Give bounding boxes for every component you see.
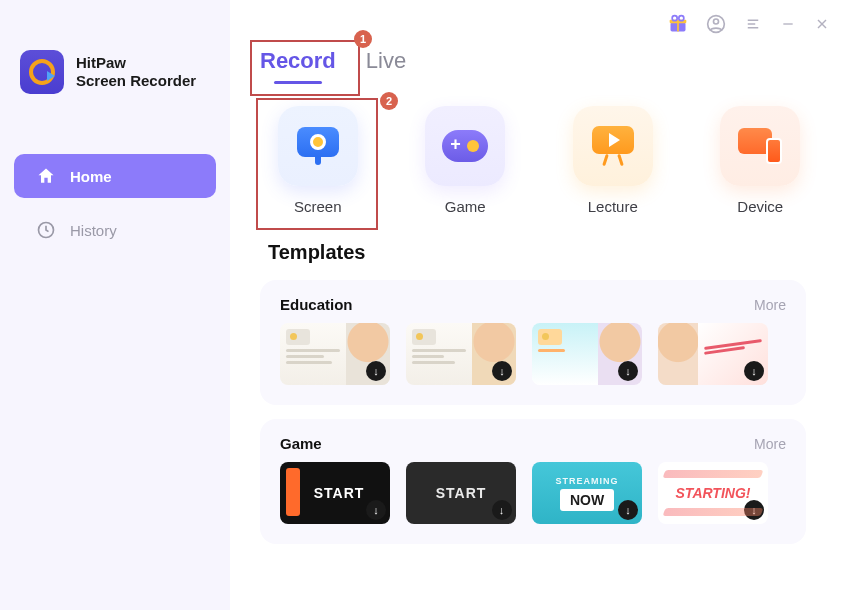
- mode-label: Screen: [294, 198, 342, 215]
- template-thumb[interactable]: START ↓: [406, 462, 516, 524]
- download-icon[interactable]: ↓: [366, 500, 386, 520]
- svg-rect-3: [677, 20, 679, 32]
- thumb-label: STARTING!: [676, 485, 751, 501]
- download-icon[interactable]: ↓: [618, 500, 638, 520]
- sidebar-item-history[interactable]: History: [14, 208, 216, 252]
- template-thumb[interactable]: ↓: [280, 323, 390, 385]
- mode-game[interactable]: Game: [420, 106, 512, 215]
- screen-icon: [278, 106, 358, 186]
- sidebar-item-label: History: [70, 222, 117, 239]
- templates-heading: Templates: [268, 241, 806, 264]
- thumb-label-top: STREAMING: [556, 476, 619, 486]
- download-icon[interactable]: ↓: [492, 500, 512, 520]
- download-icon[interactable]: ↓: [744, 361, 764, 381]
- tab-record[interactable]: Record: [260, 48, 336, 84]
- template-group-game: Game More START ↓ START ↓ STREAMING NOW …: [260, 419, 806, 544]
- template-thumb[interactable]: START ↓: [280, 462, 390, 524]
- mode-screen[interactable]: Screen: [272, 106, 364, 215]
- template-group-name: Education: [280, 296, 353, 313]
- annotation-badge-2: 2: [380, 92, 398, 110]
- minimize-button[interactable]: [780, 16, 796, 36]
- tab-live[interactable]: Live: [366, 48, 406, 84]
- sidebar-item-label: Home: [70, 168, 112, 185]
- template-thumb[interactable]: STREAMING NOW ↓: [532, 462, 642, 524]
- tab-label: Live: [366, 48, 406, 73]
- record-modes: Screen Game Lecture Device 2: [260, 106, 806, 215]
- device-icon: [720, 106, 800, 186]
- sidebar: HitPaw Screen Recorder Home History: [0, 0, 230, 610]
- game-icon: [425, 106, 505, 186]
- close-button[interactable]: [814, 16, 830, 36]
- template-group-name: Game: [280, 435, 322, 452]
- mode-label: Game: [445, 198, 486, 215]
- thumb-label: START: [314, 485, 365, 501]
- template-group-education: Education More ↓ ↓ ↓ ↓: [260, 280, 806, 405]
- app-subtitle: Screen Recorder: [76, 72, 196, 90]
- titlebar-controls: [668, 14, 830, 38]
- app-name: HitPaw: [76, 54, 196, 72]
- home-icon: [36, 166, 56, 186]
- sidebar-item-home[interactable]: Home: [14, 154, 216, 198]
- account-icon[interactable]: [706, 14, 726, 38]
- mode-lecture[interactable]: Lecture: [567, 106, 659, 215]
- thumb-label-big: NOW: [560, 489, 614, 511]
- template-thumb[interactable]: ↓: [658, 323, 768, 385]
- template-more-link[interactable]: More: [754, 297, 786, 313]
- download-icon[interactable]: ↓: [744, 500, 764, 520]
- download-icon[interactable]: ↓: [492, 361, 512, 381]
- gift-icon[interactable]: [668, 14, 688, 38]
- tab-label: Record: [260, 48, 336, 73]
- mode-label: Lecture: [588, 198, 638, 215]
- mode-device[interactable]: Device: [715, 106, 807, 215]
- template-thumb[interactable]: STARTING! ↓: [658, 462, 768, 524]
- template-thumb[interactable]: ↓: [532, 323, 642, 385]
- history-icon: [36, 220, 56, 240]
- download-icon[interactable]: ↓: [618, 361, 638, 381]
- app-logo-block: HitPaw Screen Recorder: [0, 0, 230, 154]
- svg-point-7: [714, 19, 719, 24]
- main-tabs: Record Live 1: [260, 48, 806, 84]
- thumb-label: START: [436, 485, 487, 501]
- lecture-icon: [573, 106, 653, 186]
- main-area: Record Live 1 Screen Game Lecture: [230, 0, 850, 610]
- download-icon[interactable]: ↓: [366, 361, 386, 381]
- annotation-badge-1: 1: [354, 30, 372, 48]
- mode-label: Device: [737, 198, 783, 215]
- template-more-link[interactable]: More: [754, 436, 786, 452]
- svg-point-4: [672, 16, 677, 21]
- app-title: HitPaw Screen Recorder: [76, 54, 196, 90]
- template-thumb[interactable]: ↓: [406, 323, 516, 385]
- app-logo-icon: [20, 50, 64, 94]
- menu-icon[interactable]: [744, 15, 762, 37]
- svg-point-5: [679, 16, 684, 21]
